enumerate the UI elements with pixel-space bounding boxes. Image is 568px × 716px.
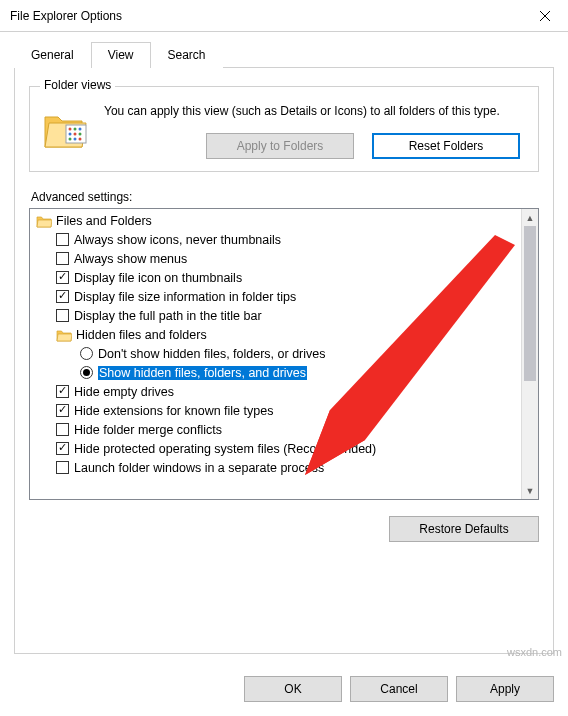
tree-label: Hidden files and folders <box>76 328 207 342</box>
tree-item[interactable]: Hide extensions for known file types <box>30 401 521 420</box>
tree-label: Don't show hidden files, folders, or dri… <box>98 347 326 361</box>
checkbox-icon[interactable] <box>56 385 69 398</box>
close-icon <box>539 10 551 22</box>
scroll-down-icon[interactable]: ▼ <box>522 482 538 499</box>
tree-label: Display file size information in folder … <box>74 290 296 304</box>
tree-label: Files and Folders <box>56 214 152 228</box>
close-button[interactable] <box>522 1 568 31</box>
tree-item[interactable]: Hide protected operating system files (R… <box>30 439 521 458</box>
checkbox-icon[interactable] <box>56 233 69 246</box>
tree-radio-show-hidden[interactable]: Show hidden files, folders, and drives <box>30 363 521 382</box>
window-title: File Explorer Options <box>10 9 122 23</box>
tabstrip: General View Search <box>14 40 554 68</box>
tree-label: Show hidden files, folders, and drives <box>98 366 307 380</box>
apply-button[interactable]: Apply <box>456 676 554 702</box>
reset-folders-button[interactable]: Reset Folders <box>372 133 520 159</box>
folder-views-legend: Folder views <box>40 78 115 92</box>
tree-item[interactable]: Display file size information in folder … <box>30 287 521 306</box>
tree-item[interactable]: Display the full path in the title bar <box>30 306 521 325</box>
tree-label: Hide protected operating system files (R… <box>74 442 376 456</box>
tree-label: Always show icons, never thumbnails <box>74 233 281 247</box>
radio-icon[interactable] <box>80 366 93 379</box>
advanced-settings-label: Advanced settings: <box>31 190 539 204</box>
checkbox-icon[interactable] <box>56 461 69 474</box>
tree-label: Display file icon on thumbnails <box>74 271 242 285</box>
restore-defaults-button[interactable]: Restore Defaults <box>389 516 539 542</box>
checkbox-icon[interactable] <box>56 309 69 322</box>
tree-label: Launch folder windows in a separate proc… <box>74 461 324 475</box>
tree-label: Always show menus <box>74 252 187 266</box>
scrollbar[interactable]: ▲ ▼ <box>521 209 538 499</box>
checkbox-icon[interactable] <box>56 290 69 303</box>
tree-group-files-and-folders[interactable]: Files and Folders <box>30 211 521 230</box>
advanced-settings-tree[interactable]: Files and Folders Always show icons, nev… <box>29 208 539 500</box>
cancel-button[interactable]: Cancel <box>350 676 448 702</box>
tree-item[interactable]: Display file icon on thumbnails <box>30 268 521 287</box>
watermark: wsxdn.com <box>507 646 562 658</box>
checkbox-icon[interactable] <box>56 252 69 265</box>
checkbox-icon[interactable] <box>56 442 69 455</box>
tree-label: Hide extensions for known file types <box>74 404 273 418</box>
svg-point-4 <box>74 128 77 131</box>
checkbox-icon[interactable] <box>56 271 69 284</box>
tree-item[interactable]: Hide folder merge conflicts <box>30 420 521 439</box>
folder-icon <box>36 214 52 228</box>
checkbox-icon[interactable] <box>56 423 69 436</box>
tree-label: Hide empty drives <box>74 385 174 399</box>
tree-item[interactable]: Launch folder windows in a separate proc… <box>30 458 521 477</box>
tree-label: Display the full path in the title bar <box>74 309 262 323</box>
scroll-thumb[interactable] <box>524 226 536 381</box>
folder-views-text: You can apply this view (such as Details… <box>104 103 526 119</box>
tree-group-hidden-files[interactable]: Hidden files and folders <box>30 325 521 344</box>
tab-panel-view: Folder views You can apply this view (su… <box>14 68 554 654</box>
svg-point-8 <box>79 133 82 136</box>
svg-point-9 <box>69 138 72 141</box>
folder-icon <box>42 105 90 153</box>
tree-item[interactable]: Always show icons, never thumbnails <box>30 230 521 249</box>
tree-label: Hide folder merge conflicts <box>74 423 222 437</box>
svg-point-10 <box>74 138 77 141</box>
radio-icon[interactable] <box>80 347 93 360</box>
dialog-footer: OK Cancel Apply <box>244 676 554 702</box>
tab-search[interactable]: Search <box>151 42 223 68</box>
svg-point-5 <box>79 128 82 131</box>
scroll-up-icon[interactable]: ▲ <box>522 209 538 226</box>
apply-to-folders-button: Apply to Folders <box>206 133 354 159</box>
svg-point-6 <box>69 133 72 136</box>
svg-point-7 <box>74 133 77 136</box>
ok-button[interactable]: OK <box>244 676 342 702</box>
dialog-content: General View Search Folder views <box>0 32 568 654</box>
svg-point-11 <box>79 138 82 141</box>
titlebar: File Explorer Options <box>0 0 568 32</box>
tree-item[interactable]: Always show menus <box>30 249 521 268</box>
folder-icon <box>56 328 72 342</box>
tree-radio-dont-show-hidden[interactable]: Don't show hidden files, folders, or dri… <box>30 344 521 363</box>
svg-point-3 <box>69 128 72 131</box>
tree-item[interactable]: Hide empty drives <box>30 382 521 401</box>
checkbox-icon[interactable] <box>56 404 69 417</box>
tab-general[interactable]: General <box>14 42 91 68</box>
folder-views-group: Folder views You can apply this view (su… <box>29 86 539 172</box>
tab-view[interactable]: View <box>91 42 151 68</box>
